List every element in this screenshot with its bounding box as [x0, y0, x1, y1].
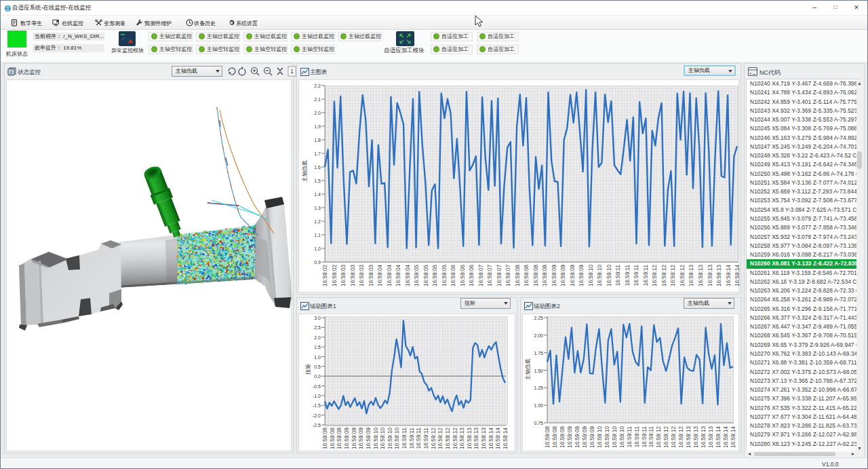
svg-text:1.50: 1.50 — [534, 369, 543, 373]
svg-text:0.9: 0.9 — [314, 260, 321, 265]
svg-text:1: 1 — [290, 68, 294, 75]
svg-text:16:59:08: 16:59:08 — [559, 426, 566, 448]
svg-text:16:59:11: 16:59:11 — [625, 265, 631, 286]
svg-text:16:59:03: 16:59:03 — [340, 265, 347, 286]
svg-text:16:59:04: 16:59:04 — [395, 265, 401, 286]
svg-text:16:59:09: 16:59:09 — [570, 265, 576, 286]
svg-text:16:59:13: 16:59:13 — [688, 265, 694, 286]
svg-text:16:59:09: 16:59:09 — [567, 426, 573, 448]
svg-text:主轴负载: 主轴负载 — [525, 358, 531, 381]
svg-text:1.4: 1.4 — [314, 192, 321, 197]
svg-text:16:59:11: 16:59:11 — [423, 428, 429, 449]
svg-text:16:59:07: 16:59:07 — [496, 265, 502, 286]
svg-text:16:59:10: 16:59:10 — [604, 426, 610, 448]
svg-text:16:59:13: 16:59:13 — [708, 426, 714, 448]
svg-text:-1.0: -1.0 — [313, 394, 321, 398]
svg-text:1.3: 1.3 — [314, 206, 321, 210]
svg-text:1.9: 1.9 — [314, 124, 321, 129]
svg-text:1.1: 1.1 — [314, 233, 321, 238]
svg-text:1.8: 1.8 — [314, 138, 321, 143]
svg-text:1.25: 1.25 — [534, 386, 543, 390]
svg-text:16:59:08: 16:59:08 — [336, 428, 342, 449]
svg-text:16:59:11: 16:59:11 — [627, 426, 633, 448]
svg-text:16:59:12: 16:59:12 — [652, 265, 658, 286]
svg-text:16:59:10: 16:59:10 — [619, 426, 625, 448]
svg-text:0.5: 0.5 — [314, 364, 321, 369]
svg-text:2.0: 2.0 — [314, 335, 321, 340]
svg-text:-2.5: -2.5 — [313, 423, 321, 428]
svg-text:16:59:10: 16:59:10 — [387, 428, 393, 449]
svg-text:16:59:09: 16:59:09 — [589, 426, 595, 448]
svg-text:16:59:11: 16:59:11 — [416, 428, 422, 449]
svg-text:-1.5: -1.5 — [313, 403, 321, 408]
svg-text:16:59:08: 16:59:08 — [322, 428, 328, 449]
svg-text:1.6: 1.6 — [314, 165, 321, 170]
svg-text:16:59:13: 16:59:13 — [467, 428, 473, 449]
svg-text:16:59:08: 16:59:08 — [515, 265, 521, 286]
svg-text:1.7: 1.7 — [314, 151, 321, 156]
svg-text:16:59:09: 16:59:09 — [578, 265, 585, 286]
svg-text:1.5: 1.5 — [314, 345, 321, 350]
svg-text:16:59:10: 16:59:10 — [612, 426, 618, 448]
svg-text:0.0: 0.0 — [314, 374, 321, 379]
svg-text:16:59:03: 16:59:03 — [359, 265, 365, 286]
svg-text:16:59:04: 16:59:04 — [405, 265, 411, 286]
svg-text:3.0: 3.0 — [314, 316, 321, 320]
svg-text:16:59:12: 16:59:12 — [663, 426, 669, 448]
svg-text:16:59:05: 16:59:05 — [432, 265, 438, 286]
svg-text:16:59:12: 16:59:12 — [671, 426, 677, 448]
svg-text:1.00: 1.00 — [534, 403, 543, 408]
svg-text:16:59:09: 16:59:09 — [574, 426, 580, 448]
svg-text:-2.0: -2.0 — [313, 413, 321, 418]
svg-text:16:59:09: 16:59:09 — [560, 265, 566, 286]
svg-text:16:59:09: 16:59:09 — [344, 428, 350, 449]
svg-text:16:59:12: 16:59:12 — [679, 265, 686, 286]
svg-text:16:59:11: 16:59:11 — [615, 265, 621, 286]
svg-text:主轴负载: 主轴负载 — [302, 160, 308, 183]
svg-text:16:59:10: 16:59:10 — [588, 265, 594, 286]
svg-text:16:59:13: 16:59:13 — [693, 426, 699, 448]
svg-text:16:59:14: 16:59:14 — [488, 428, 494, 449]
svg-text:2.1: 2.1 — [314, 97, 321, 102]
svg-text:16:59:03: 16:59:03 — [350, 265, 356, 286]
svg-text:16:59:11: 16:59:11 — [401, 428, 408, 449]
svg-text:2.00: 2.00 — [534, 333, 543, 338]
svg-text:16:59:05: 16:59:05 — [441, 265, 448, 286]
svg-text:16:59:04: 16:59:04 — [377, 265, 383, 286]
svg-text:16:59:09: 16:59:09 — [582, 426, 588, 448]
svg-text:2.0: 2.0 — [314, 111, 321, 115]
svg-text:16:59:08: 16:59:08 — [533, 265, 539, 286]
svg-text:16:59:09: 16:59:09 — [351, 428, 357, 449]
svg-text:16:59:05: 16:59:05 — [423, 265, 429, 286]
svg-text:16:59:13: 16:59:13 — [459, 428, 465, 449]
svg-text:16:59:08: 16:59:08 — [545, 426, 551, 448]
svg-text:16:59:13: 16:59:13 — [473, 428, 479, 449]
svg-text:16:59:12: 16:59:12 — [678, 426, 684, 448]
svg-text:16:59:13: 16:59:13 — [716, 265, 722, 286]
svg-text:16:59:11: 16:59:11 — [409, 428, 415, 449]
svg-text:16:59:14: 16:59:14 — [730, 426, 736, 448]
svg-text:16:59:12: 16:59:12 — [437, 428, 443, 449]
svg-text:16:59:14: 16:59:14 — [495, 428, 501, 449]
svg-text:16:59:02: 16:59:02 — [322, 265, 328, 286]
svg-text:-0.5: -0.5 — [313, 384, 321, 389]
svg-text:16:59:02: 16:59:02 — [332, 265, 338, 286]
svg-text:16:59:11: 16:59:11 — [634, 426, 640, 448]
svg-text:2.25: 2.25 — [534, 316, 543, 320]
svg-text:16:59:07: 16:59:07 — [478, 265, 484, 286]
svg-text:16:59:14: 16:59:14 — [723, 426, 729, 448]
svg-text:16:59:10: 16:59:10 — [394, 428, 400, 449]
svg-text:16:59:10: 16:59:10 — [597, 265, 603, 286]
svg-text:16:59:05: 16:59:05 — [414, 265, 420, 286]
svg-text:16:59:14: 16:59:14 — [734, 265, 741, 286]
svg-text:16:59:14: 16:59:14 — [502, 428, 509, 449]
svg-text:16:59:11: 16:59:11 — [642, 426, 648, 448]
svg-text:16:59:12: 16:59:12 — [431, 428, 437, 449]
svg-text:1.5: 1.5 — [314, 179, 321, 183]
svg-text:16:59:08: 16:59:08 — [330, 428, 336, 449]
svg-text:16:59:09: 16:59:09 — [366, 428, 372, 449]
svg-text:16:59:10: 16:59:10 — [606, 265, 612, 286]
svg-text:16:59:11: 16:59:11 — [633, 265, 639, 286]
svg-text:16:59:06: 16:59:06 — [469, 265, 475, 286]
svg-text:16:59:14: 16:59:14 — [715, 426, 722, 448]
